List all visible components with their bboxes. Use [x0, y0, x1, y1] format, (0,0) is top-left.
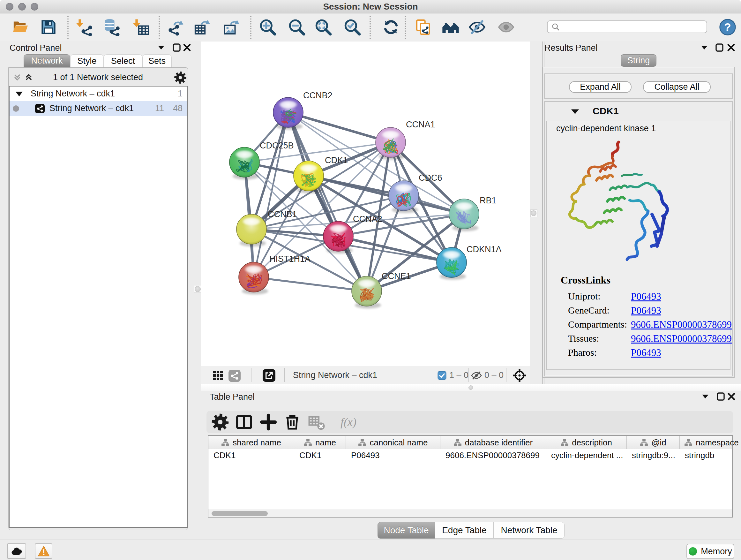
network-node-CDKN1A[interactable]: [436, 247, 467, 280]
table-columns-icon[interactable]: [235, 413, 253, 431]
results-panel-float-button[interactable]: [699, 43, 709, 52]
export-network-icon[interactable]: [167, 18, 186, 37]
export-table-icon[interactable]: [193, 18, 212, 37]
collapse-triangle-icon[interactable]: [15, 91, 23, 97]
search-box[interactable]: [547, 20, 707, 33]
column-header-canonical-name[interactable]: canonical name: [346, 436, 441, 449]
network-row-selected[interactable]: String Network – cdk1 11 48: [10, 101, 187, 116]
cdk1-section-header[interactable]: CDK1: [545, 102, 732, 120]
left-splitter[interactable]: [190, 42, 201, 540]
network-node-CCNB1[interactable]: [237, 214, 266, 246]
table-cell[interactable]: P06493: [346, 449, 441, 461]
zoom-selected-icon[interactable]: [343, 18, 361, 37]
column-header--id[interactable]: @id: [627, 436, 680, 449]
network-canvas[interactable]: CCNB2CCNA1CDC25BCDK1CDC6RB1CCNB1CCNA2CDK…: [201, 42, 530, 366]
table-panel-close-button[interactable]: [727, 392, 736, 401]
control-panel-float-button[interactable]: [156, 43, 166, 52]
control-tab-network[interactable]: Network: [23, 54, 70, 67]
delete-table-icon[interactable]: [308, 413, 326, 431]
open-session-icon[interactable]: [11, 18, 30, 37]
column-header-shared-name[interactable]: shared name: [208, 436, 294, 449]
memory-button[interactable]: Memory: [686, 544, 734, 559]
network-share-button-icon[interactable]: [228, 370, 241, 382]
warning-button[interactable]: [35, 543, 52, 559]
network-node-CCNA1[interactable]: [376, 127, 406, 160]
refresh-icon[interactable]: [382, 18, 400, 37]
column-tree-icon: [640, 438, 648, 447]
crosslink-link[interactable]: P06493: [631, 347, 661, 359]
zoom-in-icon[interactable]: [259, 18, 277, 37]
table-tab-edge-table[interactable]: Edge Table: [435, 522, 494, 539]
import-table-file-icon[interactable]: [132, 18, 151, 37]
expand-all-button[interactable]: Expand All: [569, 81, 631, 93]
birdseye-grid-icon[interactable]: [212, 370, 224, 381]
help-icon[interactable]: ?: [718, 18, 737, 37]
table-cell[interactable]: 9606.ENSP00000378699: [441, 449, 546, 461]
table-panel-float-button[interactable]: [700, 392, 710, 401]
results-panel-maximize-button[interactable]: [715, 43, 724, 52]
table-cell[interactable]: CDK1: [208, 449, 294, 461]
open-external-icon[interactable]: [263, 369, 275, 382]
results-panel-close-button[interactable]: [726, 43, 736, 52]
show-eye-icon[interactable]: [497, 18, 515, 37]
network-options-gear-icon[interactable]: [174, 71, 187, 84]
column-header-namespace[interactable]: namespace: [680, 436, 741, 449]
import-network-database-icon[interactable]: [102, 18, 120, 37]
network-node-HIST1H1A[interactable]: [239, 262, 269, 294]
column-header-name[interactable]: name: [294, 436, 346, 449]
collapse-all-networks-icon[interactable]: [12, 72, 22, 82]
crosslink-link[interactable]: 9606.ENSP00000378699: [631, 319, 732, 330]
crosslink-link[interactable]: 9606.ENSP00000378699: [631, 333, 732, 345]
table-cell[interactable]: cyclin-dependent ...: [546, 449, 627, 461]
expand-all-networks-icon[interactable]: [24, 72, 33, 82]
center-view-crosshair-icon[interactable]: [513, 369, 526, 382]
column-header-database-identifier[interactable]: database identifier: [441, 436, 546, 449]
table-cell[interactable]: stringdb: [680, 449, 741, 461]
search-input[interactable]: [560, 22, 706, 32]
table-horizontal-scrollbar[interactable]: [208, 509, 732, 517]
hidden-eye-icon[interactable]: [471, 370, 482, 381]
table-tab-node-table[interactable]: Node Table: [378, 522, 435, 539]
node-label-CCNB2: CCNB2: [303, 91, 333, 100]
network-node-CDK1[interactable]: [293, 161, 324, 193]
network-node-CCNA2[interactable]: [323, 221, 353, 253]
network-node-CCNE1[interactable]: [352, 276, 382, 308]
zoom-out-icon[interactable]: [287, 18, 306, 37]
selected-checkbox-icon[interactable]: [437, 371, 447, 380]
table-tab-network-table[interactable]: Network Table: [494, 522, 564, 539]
network-collection-row[interactable]: String Network – cdk1 1: [10, 86, 187, 101]
zoom-fit-icon[interactable]: [314, 18, 333, 37]
control-panel-maximize-button[interactable]: [172, 43, 181, 52]
save-session-icon[interactable]: [39, 18, 58, 37]
delete-column-icon[interactable]: [283, 413, 301, 431]
copy-style-icon[interactable]: [414, 18, 433, 37]
control-tab-style[interactable]: Style: [70, 54, 104, 67]
import-network-file-icon[interactable]: [75, 18, 94, 37]
hidden-count-label: 0 – 0: [484, 366, 503, 384]
network-node-RB1[interactable]: [449, 199, 479, 231]
horizontal-splitter[interactable]: [201, 384, 741, 391]
results-tab-string[interactable]: String: [621, 54, 657, 67]
export-image-icon[interactable]: [222, 18, 241, 37]
scrollbar-thumb[interactable]: [212, 511, 268, 516]
column-header-description[interactable]: description: [546, 436, 627, 449]
table-options-gear-icon[interactable]: [211, 413, 229, 431]
node-label-CDK1: CDK1: [325, 155, 348, 165]
table-cell[interactable]: stringdb:9...: [627, 449, 680, 461]
crosslink-link[interactable]: P06493: [631, 291, 661, 302]
network-node-CDC25B[interactable]: [229, 147, 259, 179]
table-row[interactable]: CDK1CDK1P064939606.ENSP00000378699cyclin…: [208, 449, 732, 461]
table-cell[interactable]: CDK1: [294, 449, 346, 461]
hide-labels-icon[interactable]: [468, 18, 486, 37]
function-builder-icon[interactable]: f(x): [334, 413, 363, 431]
cloud-button[interactable]: [7, 543, 26, 559]
network-node-CDC6[interactable]: [389, 181, 419, 213]
table-panel-maximize-button[interactable]: [716, 392, 725, 401]
section-collapse-triangle-icon[interactable]: [571, 109, 579, 114]
control-tab-select[interactable]: Select: [104, 54, 142, 67]
home-icon[interactable]: [441, 18, 460, 37]
add-column-icon[interactable]: [259, 413, 277, 431]
crosslink-link[interactable]: P06493: [631, 305, 661, 316]
control-tab-sets[interactable]: Sets: [142, 54, 172, 67]
collapse-all-button[interactable]: Collapse All: [643, 81, 711, 93]
